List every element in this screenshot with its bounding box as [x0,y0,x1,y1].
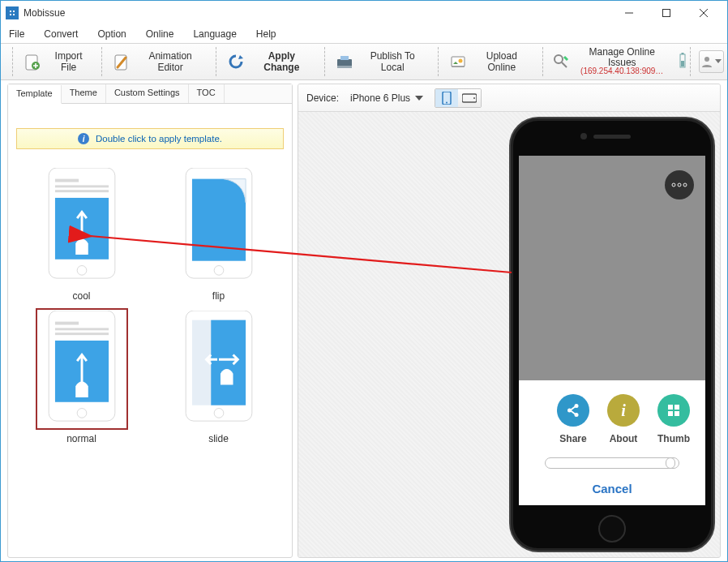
apply-change-label: Apply Change [250,50,314,73]
animation-editor-button[interactable]: Animation Editor [105,46,212,77]
import-file-button[interactable]: Import File [16,46,98,77]
menu-convert[interactable]: Convert [39,27,83,41]
thumbnails-icon [666,403,681,418]
tab-custom-settings[interactable]: Custom Settings [106,84,189,103]
window-title: Mobissue [24,7,65,19]
minimize-icon [625,9,633,17]
template-cool[interactable]: cool [13,162,150,305]
phone-speaker-icon [593,135,631,139]
orientation-landscape-button[interactable] [458,89,481,107]
menu-option[interactable]: Option [92,27,131,41]
svg-rect-49 [668,411,673,416]
phone-home-button-icon [598,515,626,543]
publish-to-local-button[interactable]: Publish To Local [328,46,435,77]
manage-online-issues-button[interactable]: Manage Online Issues (169.254.40.138:909… [546,45,675,79]
hint-text: Double click to apply template. [96,134,222,144]
action-sheet-row: Share i About Thumb [525,393,699,449]
close-button[interactable] [685,1,722,25]
upload-online-icon [449,53,467,71]
cancel-button[interactable]: Cancel [525,472,699,505]
svg-rect-10 [340,56,349,60]
svg-rect-29 [54,328,108,330]
thumbnails-button[interactable]: Thumb [657,394,690,444]
toolbar-separator [690,47,691,76]
menu-language[interactable]: Language [188,27,241,41]
svg-point-40 [473,97,475,99]
publish-local-label: Publish To Local [358,50,427,73]
maximize-icon [662,9,670,17]
template-normal-thumb [38,311,126,424]
maximize-button[interactable] [648,1,685,25]
orientation-portrait-button[interactable] [435,89,458,107]
chevron-down-icon [415,96,423,101]
action-sheet: Share i About Thumb Ca [519,380,705,505]
app-logo-icon [6,6,19,19]
about-label: About [610,433,638,444]
server-ip-label: (169.254.40.138:909… [580,67,663,76]
toolbar-separator [12,47,13,76]
menu-help[interactable]: Help [251,27,281,41]
chevron-down-icon [715,59,722,64]
landscape-icon [462,93,477,103]
svg-rect-2 [663,10,670,17]
svg-point-42 [678,183,681,187]
device-label: Device: [306,92,339,104]
info-icon: i [78,133,89,144]
user-account-button[interactable] [699,50,724,73]
left-tab-bar: Template Theme Custom Settings TOC [8,84,292,104]
battery-icon [679,51,687,72]
svg-rect-35 [211,320,246,405]
device-bar: Device: iPhone 6 Plus [298,84,720,112]
preview-panel: Device: iPhone 6 Plus [298,84,721,558]
animation-editor-label: Animation Editor [135,50,205,73]
svg-rect-9 [337,66,352,68]
more-options-button[interactable] [665,170,694,199]
tab-template[interactable]: Template [8,85,62,104]
template-flip-thumb [175,168,263,281]
menu-file[interactable]: File [4,27,29,41]
workspace: Template Theme Custom Settings TOC i Dou… [1,80,727,561]
portrait-icon [442,92,452,105]
template-cool-label: cool [16,290,147,302]
svg-rect-11 [452,57,465,66]
toolbar-separator [542,47,543,76]
template-normal[interactable]: normal [13,305,150,448]
menu-bar: File Convert Option Online Language Help [1,25,727,43]
template-cool-thumb [38,168,126,281]
template-normal-label: normal [16,433,147,444]
svg-rect-47 [668,405,673,410]
phone-screen: Share i About Thumb Ca [519,156,705,505]
orientation-group [435,88,482,108]
tab-theme[interactable]: Theme [62,84,106,103]
animation-editor-icon [113,53,131,71]
upload-online-button[interactable]: Upload Online [442,46,539,77]
toolbar-separator [101,47,102,76]
template-flip[interactable]: flip [150,162,287,305]
svg-rect-21 [54,190,108,192]
svg-point-38 [446,101,448,103]
apply-change-button[interactable]: Apply Change [220,46,321,77]
upload-online-label: Upload Online [472,50,532,73]
share-icon [566,403,580,418]
thumbnails-label: Thumb [657,433,690,444]
phone-mockup: Share i About Thumb Ca [509,117,715,552]
toolbar-separator [216,47,216,76]
svg-rect-0 [8,9,16,17]
page-slider[interactable] [545,457,680,469]
about-button[interactable]: i About [607,394,640,444]
template-slide[interactable]: slide [150,305,287,448]
template-grid: cool flip [8,157,292,453]
tab-toc[interactable]: TOC [189,84,225,103]
svg-rect-19 [54,179,78,182]
toolbar-separator [438,47,439,76]
svg-point-17 [704,57,709,62]
apply-change-icon [227,53,245,71]
minimize-button[interactable] [610,1,648,25]
phone-camera-icon [580,133,587,139]
share-button[interactable]: Share [557,394,589,444]
device-dropdown[interactable]: iPhone 6 Plus [347,91,426,105]
svg-rect-30 [54,332,108,335]
svg-point-12 [458,59,462,63]
menu-online[interactable]: Online [141,27,179,41]
import-file-label: Import File [46,50,91,73]
